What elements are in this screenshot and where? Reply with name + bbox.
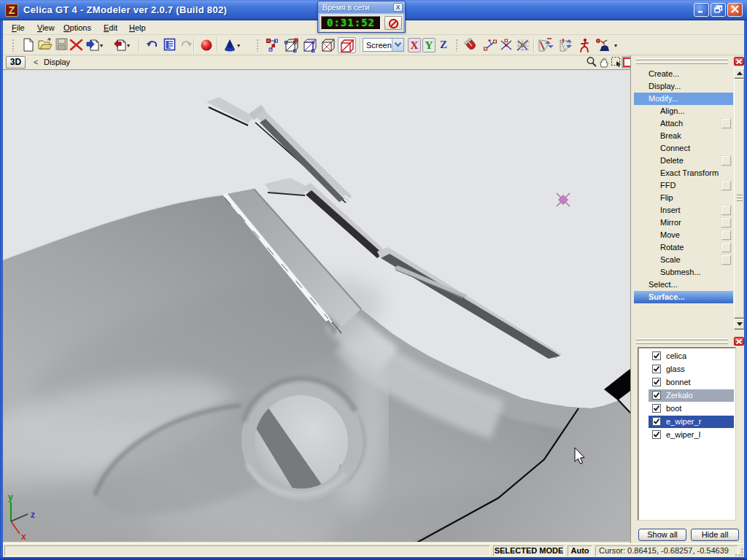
export-button[interactable] [112,37,128,53]
menu-view[interactable]: View [36,23,56,34]
command-option-button[interactable] [721,206,731,215]
viewport-3d[interactable]: y z x [3,70,630,542]
breadcrumb-back[interactable]: < [34,58,38,66]
faces-mode-button[interactable] [302,37,318,53]
axis-y-button[interactable]: Y [422,38,436,52]
view-type-button[interactable]: 3D [6,56,26,69]
command-panel-close-button[interactable] [734,57,744,66]
menu-edit[interactable]: Edit [102,23,119,34]
vertices-mode-button[interactable] [265,37,281,53]
timer-close-button[interactable]: X [393,3,403,12]
object-row-e_wiper_r[interactable]: e_wiper_r [649,416,734,428]
pan-button[interactable] [598,56,611,69]
menu-help[interactable]: Help [128,23,147,34]
object-row-boot[interactable]: boot [649,402,734,415]
command-item-mirror[interactable]: Mirror [634,217,733,229]
command-option-button[interactable] [721,230,731,240]
redo-button[interactable] [177,37,193,53]
command-item-scale[interactable]: Scale [634,254,733,266]
normals-up-button[interactable] [557,37,576,53]
visibility-checkbox[interactable] [652,391,661,400]
show-all-button[interactable]: Show all [638,529,686,541]
panel-sizer[interactable] [633,337,733,346]
axis-x-button[interactable]: X [408,38,421,52]
command-scrollbar[interactable] [734,68,745,330]
command-item-attach[interactable]: Attach [634,117,733,130]
command-item-select[interactable]: Select... [634,279,733,291]
save-button[interactable] [53,37,69,53]
magnet-button[interactable] [462,37,481,53]
polygons-mode-button[interactable] [320,37,336,53]
command-option-button[interactable] [721,255,731,265]
weld-tool-button[interactable] [498,37,514,53]
bones-button[interactable] [593,37,612,53]
object-row-zerkalo[interactable]: Zerkalo [649,389,734,402]
object-panel-close-button[interactable] [734,337,744,346]
command-item-display[interactable]: Display... [634,80,733,93]
view-axes-select[interactable]: Screen [363,38,404,52]
command-item-ffd[interactable]: FFD [634,179,733,192]
scroll-down-button[interactable] [734,319,745,330]
delete-button[interactable] [69,37,85,53]
hide-all-button[interactable]: Hide all [691,529,739,541]
maximize-button[interactable] [711,3,726,17]
visibility-checkbox[interactable] [652,417,661,426]
visibility-checkbox[interactable] [652,365,661,373]
import-dropdown[interactable]: ▾ [100,43,107,49]
bones-dropdown[interactable]: ▾ [614,43,622,49]
walk-mode-button[interactable] [578,37,591,53]
visibility-checkbox[interactable] [652,430,661,439]
scroll-thumb[interactable] [734,79,745,319]
minimize-button[interactable] [694,3,709,17]
primitives-button[interactable] [222,37,238,53]
object-row-bonnet[interactable]: bonnet [649,376,734,389]
object-row-celica[interactable]: celica [649,350,734,362]
command-item-move[interactable]: Move [634,229,733,241]
edge-tool-button[interactable] [482,37,498,53]
command-option-button[interactable] [721,218,731,228]
command-item-break[interactable]: Break [634,130,733,142]
command-item-surface[interactable]: Surface... [634,291,733,303]
normals-down-button[interactable] [536,37,555,53]
command-option-button[interactable] [721,119,731,128]
command-item-insert[interactable]: Insert [634,204,733,217]
command-item-modify[interactable]: Modify... [634,93,733,105]
import-button[interactable] [85,37,101,53]
scroll-up-button[interactable] [734,68,745,79]
close-button[interactable] [727,3,743,17]
resize-grip[interactable] [735,548,744,557]
command-item-submesh[interactable]: Submesh... [634,266,733,279]
command-item-exacttransform[interactable]: Exact Transform [634,167,733,179]
command-option-button[interactable] [721,156,731,166]
visibility-checkbox[interactable] [652,404,661,413]
zoom-button[interactable] [586,56,598,69]
visibility-checkbox[interactable] [652,378,661,386]
grid-snap-button[interactable] [515,37,531,53]
toolbar-handle[interactable] [12,39,15,52]
command-option-button[interactable] [721,243,731,252]
timer-block-button[interactable] [384,16,402,30]
panel-sizer[interactable] [633,57,733,66]
material-editor-button[interactable] [198,37,214,53]
objects-mode-button[interactable] [338,37,356,53]
command-item-create[interactable]: Create... [634,68,733,80]
object-row-glass[interactable]: glass [649,363,734,376]
timer-title-bar[interactable]: Время в сети X [318,1,405,13]
command-item-flip[interactable]: Flip [634,192,733,204]
primitives-dropdown[interactable]: ▾ [237,43,244,49]
log-button[interactable] [161,37,177,53]
command-item-connect[interactable]: Connect [634,142,733,155]
command-item-rotate[interactable]: Rotate [634,241,733,254]
command-item-align[interactable]: Align... [634,105,733,117]
open-file-button[interactable] [37,37,53,53]
menu-file[interactable]: File [10,23,26,34]
command-item-delete[interactable]: Delete [634,155,733,167]
axis-z-button[interactable]: Z [437,38,450,52]
new-file-button[interactable] [20,37,36,53]
toolbar-handle[interactable] [455,39,459,52]
toolbar-handle[interactable] [256,39,260,52]
object-row-e_wiper_l[interactable]: e_wiper_l [649,429,734,441]
undo-button[interactable] [144,37,160,53]
edges-mode-button[interactable] [284,37,300,53]
menu-options[interactable]: Options [62,23,93,34]
